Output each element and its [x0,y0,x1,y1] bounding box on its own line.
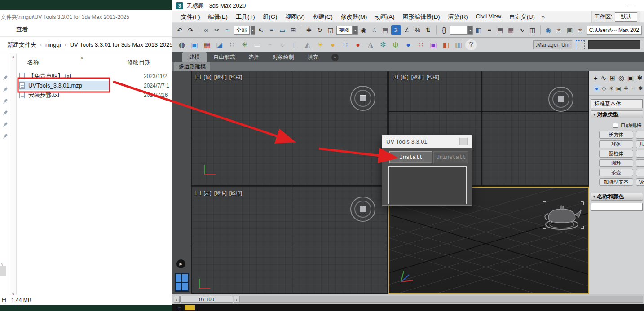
scale-gizmo[interactable] [350,197,375,222]
time-slider-handle[interactable]: 0 / 100 [180,296,233,303]
previous-frame-button[interactable]: ‹ [174,296,180,303]
spinner-snap-icon[interactable]: ⇅ [423,25,433,35]
menu-item[interactable]: 编辑(E) [204,12,232,22]
menu-item[interactable]: 动画(A) [371,12,398,22]
dome-icon[interactable]: ◓ [264,39,276,50]
lights-category-icon[interactable]: ☀ [609,85,614,92]
viewport-label[interactable]: [+] [195,74,201,81]
dark-input-field[interactable] [588,40,640,49]
primitive-button-cut[interactable] [636,169,644,176]
pin-icon[interactable] [1,74,9,82]
bind-space-warp-icon[interactable]: ≈ [223,25,233,35]
plant-icon[interactable]: ψ [390,39,401,50]
donut-icon[interactable]: ◍ [176,39,188,50]
manager-field[interactable]: :Manager_Uni [533,40,572,49]
building-icon[interactable]: ▥ [453,39,464,50]
angle-snap-icon[interactable]: ∠ [402,25,412,35]
use-pivot-center-icon[interactable]: ◉ [359,25,369,35]
named-selection-dropdown[interactable] [450,26,468,35]
red-sphere-icon[interactable]: ● [352,39,364,50]
wall-rect-icon[interactable]: ▭ [251,39,263,50]
material-editor-icon[interactable]: ◉ [543,25,553,35]
viewport-left[interactable]: [+][左][标准][线框] [191,187,388,294]
split-square-icon[interactable]: ◧ [440,39,452,50]
motion-tab-icon[interactable]: ◎ [618,74,624,82]
viewport-layout-icon[interactable] [175,273,189,292]
ribbon-tab-populate[interactable]: 填充 [301,52,325,62]
help-icon[interactable]: ? [465,39,477,50]
ribbon-overflow-icon[interactable]: ▼ [331,54,339,61]
polygon-modeling-tab[interactable]: 多边形建模 [174,62,210,71]
redo-icon[interactable]: ↷ [185,25,195,35]
unlink-selection-icon[interactable]: ✂ [212,25,222,35]
create-tab-icon[interactable]: + [594,74,598,82]
next-frame-button[interactable]: › [234,296,239,303]
select-manipulate-icon[interactable]: ∴ [370,25,379,35]
menu-item[interactable]: 文件(F) [177,12,204,22]
barrel-icon[interactable]: ▯ [289,39,301,50]
file-row[interactable]: 安装步骤.txt 2024/7/16 [17,90,172,100]
primitive-button[interactable]: 加强型文本 [599,178,633,186]
column-name[interactable]: 名称 [17,58,127,66]
ring-icon[interactable]: ○ [277,39,288,50]
reference-coordinate-arrow-icon[interactable]: ▼ [353,26,358,35]
menu-item[interactable]: Civil View [472,12,505,22]
menubar-overflow-icon[interactable]: » [539,13,547,20]
named-selection-arrow-icon[interactable]: ▼ [468,26,473,35]
render-production-icon[interactable]: ☕ [576,25,586,35]
modify-tab-icon[interactable]: ∿ [601,74,607,82]
yellow-sphere-icon[interactable]: ● [327,39,339,50]
snaps-toggle-icon[interactable]: 3 [391,25,401,35]
dialog-titlebar[interactable]: UV Tools 3.3.01 [382,135,472,148]
autogrid-checkbox[interactable] [613,123,618,128]
scale-gizmo[interactable] [548,87,573,112]
menu-item[interactable]: 视图(V) [281,12,309,22]
viewport-label[interactable]: [线框] [229,190,242,197]
dashed-picker-button[interactable] [576,40,585,49]
cameras-category-icon[interactable]: ▣ [616,85,622,92]
viewport-top[interactable]: [+][顶][标准][线框] [191,71,388,186]
scroll-up-icon[interactable]: ∧ [12,55,15,59]
systems-category-icon[interactable]: ✱ [638,85,644,92]
select-rotate-icon[interactable]: ↻ [315,25,325,35]
purple-window-icon[interactable]: ▣ [428,39,439,50]
selection-filter-arrow-icon[interactable]: ▼ [251,26,255,35]
teapot-object[interactable] [539,197,584,232]
primitive-button-cut[interactable] [636,131,644,139]
workspace-default-button[interactable]: 默认 [615,12,637,22]
viewport-label[interactable]: [+] [393,74,398,81]
menu-item[interactable]: 组(G) [259,12,282,22]
select-by-name-icon[interactable]: ≡ [267,25,277,35]
project-path-field[interactable]: C:\Users\··· Max 202 [587,26,642,35]
ribbon-tab-freeform[interactable]: 自由形式 [207,52,242,62]
uninstall-button[interactable]: Uninstall [433,151,468,163]
curve-editor-icon[interactable]: ∿ [517,25,527,35]
pyramid-icon[interactable]: ◮ [365,39,376,50]
menu-view[interactable]: 查看 [13,25,31,35]
primitive-button-cut[interactable] [636,150,644,158]
select-link-icon[interactable]: ∞ [201,25,211,35]
viewport-label[interactable]: [标准] [214,74,227,81]
spheres-cluster-icon[interactable]: ∷ [226,39,238,50]
file-name[interactable]: UVTools_3.3.01.mzp [28,82,82,89]
file-name[interactable]: 安装步骤.txt [28,91,59,99]
primitive-button[interactable]: 球体 [599,140,633,148]
primitive-button-cut[interactable]: Vo [636,178,644,186]
viewport-label[interactable]: [+] [195,190,201,197]
ribbon-tab-modeling[interactable]: 建模 [182,52,207,62]
select-object-icon[interactable]: ↖ [256,25,266,35]
blue-sphere-icon[interactable]: ● [402,39,414,50]
pin-icon[interactable] [1,132,9,140]
hierarchy-tab-icon[interactable]: ⊞ [609,74,615,82]
keyboard-override-icon[interactable]: ▤ [380,25,390,35]
viewport-label[interactable]: [前] [401,74,409,81]
spire-icon[interactable]: ◭ [302,39,313,50]
render-setup-icon[interactable]: ☕ [554,25,564,35]
mirror-icon[interactable]: ◧ [474,25,484,35]
snowflake-gear-icon[interactable]: ✼ [377,39,389,50]
mini-listener-icon[interactable]: ≣ [178,305,181,310]
menu-item[interactable]: 图形编辑器(D) [399,12,444,22]
geometry-category-icon[interactable]: ● [594,85,600,92]
breadcrumb-item[interactable]: UV Tools 3.3.01 for 3ds Max 2013-2025 [67,40,176,49]
undo-icon[interactable]: ↶ [175,25,185,35]
